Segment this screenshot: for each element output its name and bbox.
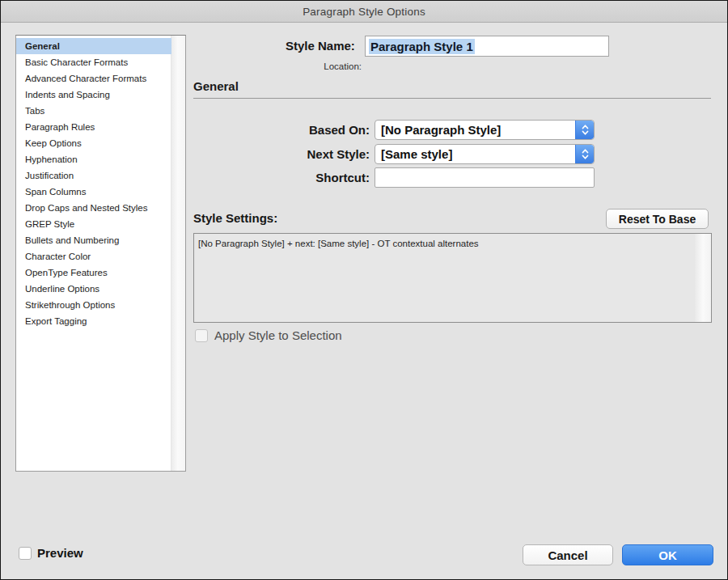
based-on-label: Based On: (273, 123, 370, 137)
sidebar-item-drop-caps-nested-styles[interactable]: Drop Caps and Nested Styles (16, 200, 171, 216)
sidebar-item-paragraph-rules[interactable]: Paragraph Rules (16, 119, 171, 135)
chevron-up-down-icon (575, 121, 594, 139)
sidebar-item-export-tagging[interactable]: Export Tagging (16, 313, 171, 329)
style-name-selected-text: Paragraph Style 1 (369, 39, 475, 54)
sidebar-item-bullets-and-numbering[interactable]: Bullets and Numbering (16, 232, 171, 248)
location-label: Location: (281, 61, 362, 71)
paragraph-style-options-dialog: Paragraph Style Options General Basic Ch… (0, 0, 728, 580)
ok-button[interactable]: OK (622, 544, 713, 565)
apply-style-to-selection-row: Apply Style to Selection (195, 328, 342, 342)
reset-to-base-button[interactable]: Reset To Base (606, 209, 709, 229)
preview-checkbox[interactable] (19, 547, 32, 560)
sidebar-item-hyphenation[interactable]: Hyphenation (16, 151, 171, 167)
style-settings-label: Style Settings: (193, 211, 277, 225)
sidebar-item-underline-options[interactable]: Underline Options (16, 281, 171, 297)
based-on-value: [No Paragraph Style] (375, 123, 575, 137)
sidebar-item-tabs[interactable]: Tabs (16, 103, 171, 119)
style-name-label: Style Name: (286, 39, 355, 53)
sidebar-item-advanced-character-formats[interactable]: Advanced Character Formats (16, 70, 171, 87)
sidebar-item-opentype-features[interactable]: OpenType Features (16, 265, 171, 281)
sidebar-item-keep-options[interactable]: Keep Options (16, 135, 171, 151)
sidebar-item-indents-and-spacing[interactable]: Indents and Spacing (16, 87, 171, 103)
style-settings-summary-text: [No Paragraph Style] + next: [Same style… (198, 238, 692, 249)
preview-row: Preview (19, 546, 83, 560)
titlebar[interactable]: Paragraph Style Options (1, 1, 727, 23)
section-divider (193, 98, 711, 99)
window-title: Paragraph Style Options (303, 6, 425, 18)
settings-scrollbar[interactable] (695, 234, 711, 322)
apply-style-checkbox[interactable] (195, 329, 208, 342)
apply-style-checkbox-label: Apply Style to Selection (214, 328, 342, 342)
style-settings-summary-box: [No Paragraph Style] + next: [Same style… (193, 233, 712, 323)
sidebar-item-character-color[interactable]: Character Color (16, 248, 171, 265)
sidebar-scrollbar[interactable] (171, 36, 185, 471)
next-style-select[interactable]: [Same style] (375, 144, 595, 164)
preview-checkbox-label: Preview (37, 546, 83, 560)
general-section-heading: General (193, 79, 239, 93)
sidebar-item-strikethrough-options[interactable]: Strikethrough Options (16, 297, 171, 313)
sidebar-item-basic-character-formats[interactable]: Basic Character Formats (16, 54, 171, 70)
sidebar-item-grep-style[interactable]: GREP Style (16, 216, 171, 232)
sidebar-item-span-columns[interactable]: Span Columns (16, 184, 171, 200)
sidebar-items: General Basic Character Formats Advanced… (16, 38, 171, 329)
style-options-category-list: General Basic Character Formats Advanced… (15, 35, 186, 472)
based-on-select[interactable]: [No Paragraph Style] (375, 120, 595, 140)
next-style-value: [Same style] (375, 147, 575, 161)
shortcut-label: Shortcut: (273, 171, 370, 184)
chevron-up-down-icon (575, 145, 594, 163)
shortcut-input[interactable] (375, 167, 595, 188)
style-name-input[interactable]: Paragraph Style 1 (365, 36, 609, 57)
sidebar-item-general[interactable]: General (16, 38, 171, 54)
sidebar-item-justification[interactable]: Justification (16, 167, 171, 184)
next-style-label: Next Style: (273, 147, 370, 161)
cancel-button[interactable]: Cancel (523, 544, 613, 565)
